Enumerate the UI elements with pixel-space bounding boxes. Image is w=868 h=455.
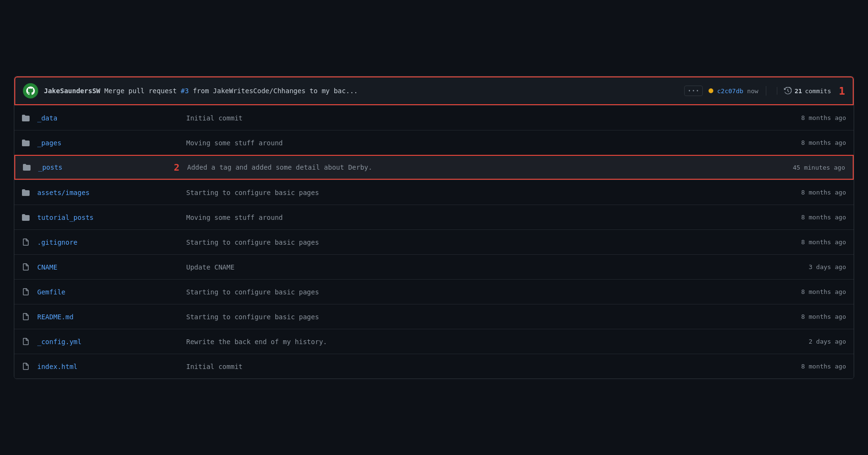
commit-ellipsis-button[interactable]: ··· (684, 86, 703, 96)
file-commit-msg: Update CNAME (186, 263, 783, 271)
file-row[interactable]: _dataInitial commit8 months ago (14, 105, 854, 130)
file-row[interactable]: tutorial_postsMoving some stuff around8 … (14, 205, 854, 229)
file-row[interactable]: index.htmlInitial commit8 months ago (14, 354, 854, 379)
annotation-2: 2 (174, 162, 180, 173)
file-commit-msg: Rewrite the back end of my history. (186, 338, 783, 346)
file-time: 8 months ago (789, 189, 846, 196)
file-name[interactable]: README.md (37, 313, 171, 321)
divider (766, 86, 766, 96)
file-commit-msg: Initial commit (186, 363, 783, 370)
file-name-wrapper: Gemfile (37, 288, 180, 296)
file-name[interactable]: .gitignore (37, 238, 171, 246)
folder-icon (22, 189, 32, 196)
file-icon (22, 363, 32, 370)
file-row[interactable]: _posts2Added a tag and added some detail… (14, 155, 854, 180)
folder-icon (22, 189, 30, 196)
commit-row[interactable]: JakeSaundersSW Merge pull request #3 fro… (14, 76, 854, 105)
file-icon (22, 288, 32, 296)
file-row[interactable]: .gitignoreStarting to configure basic pa… (14, 229, 854, 254)
file-name[interactable]: assets/images (37, 189, 171, 196)
commit-time: now (747, 87, 758, 95)
file-icon (22, 238, 30, 246)
file-time: 8 months ago (789, 313, 846, 320)
file-row[interactable]: README.mdStarting to configure basic pag… (14, 304, 854, 329)
folder-icon (23, 163, 31, 171)
commits-count-area[interactable]: 21 commits (777, 87, 831, 95)
file-name-wrapper: index.html (37, 363, 180, 370)
file-name[interactable]: _data (37, 114, 171, 122)
folder-icon (22, 139, 30, 147)
file-row[interactable]: assets/imagesStarting to configure basic… (14, 180, 854, 205)
commits-count: 21 (794, 87, 802, 95)
status-dot (709, 88, 713, 93)
file-name[interactable]: _posts (38, 163, 172, 171)
file-commit-msg: Starting to configure basic pages (186, 238, 783, 246)
file-time: 45 minutes ago (788, 164, 845, 171)
file-time: 8 months ago (789, 214, 846, 221)
file-name[interactable]: index.html (37, 363, 171, 370)
file-name-wrapper: tutorial_posts (37, 214, 180, 221)
file-commit-msg: Starting to configure basic pages (186, 189, 783, 196)
folder-icon (22, 214, 30, 221)
file-name-wrapper: assets/images (37, 189, 180, 196)
file-browser: JakeSaundersSW Merge pull request #3 fro… (14, 76, 854, 379)
commit-message: JakeSaundersSW Merge pull request #3 fro… (44, 87, 678, 95)
file-time: 8 months ago (789, 288, 846, 295)
file-time: 2 days ago (789, 338, 846, 345)
file-icon (22, 263, 30, 271)
folder-icon (22, 114, 30, 122)
file-commit-msg: Starting to configure basic pages (186, 288, 783, 296)
clock-icon (784, 87, 792, 95)
folder-icon (22, 139, 32, 147)
pr-link[interactable]: #3 (181, 87, 189, 95)
file-name-wrapper: README.md (37, 313, 180, 321)
file-list: _dataInitial commit8 months ago _pagesMo… (14, 105, 854, 379)
file-name[interactable]: _pages (37, 139, 171, 147)
folder-icon (22, 214, 32, 221)
file-name-wrapper: .gitignore (37, 238, 180, 246)
file-icon (22, 338, 30, 346)
file-name[interactable]: CNAME (37, 263, 171, 271)
file-icon (22, 363, 30, 370)
file-time: 8 months ago (789, 238, 846, 246)
file-row[interactable]: GemfileStarting to configure basic pages… (14, 279, 854, 304)
commits-label: commits (805, 87, 831, 95)
commit-author[interactable]: JakeSaundersSW (44, 87, 100, 95)
file-row[interactable]: _pagesMoving some stuff around8 months a… (14, 130, 854, 155)
avatar (23, 83, 38, 98)
file-time: 8 months ago (789, 139, 846, 146)
file-icon (22, 313, 32, 321)
file-name[interactable]: tutorial_posts (37, 214, 171, 221)
file-icon (22, 313, 30, 321)
file-name-wrapper: _pages (37, 139, 180, 147)
file-commit-msg: Starting to configure basic pages (186, 313, 783, 321)
file-commit-msg: Moving some stuff around (186, 214, 783, 221)
annotation-1: 1 (839, 85, 845, 97)
file-icon (22, 263, 32, 271)
file-icon (22, 238, 32, 246)
file-name-wrapper: _config.yml (37, 338, 180, 346)
file-commit-msg: Initial commit (186, 114, 783, 122)
file-name-wrapper: _posts2 (38, 162, 181, 173)
file-time: 3 days ago (789, 263, 846, 271)
user-icon (26, 87, 35, 95)
file-commit-msg: Added a tag and added some detail about … (187, 163, 782, 171)
commit-hash[interactable]: c2c07db (717, 87, 743, 95)
file-name[interactable]: _config.yml (37, 338, 171, 346)
file-row[interactable]: _config.ymlRewrite the back end of my hi… (14, 329, 854, 354)
file-time: 8 months ago (789, 363, 846, 370)
folder-icon (23, 163, 32, 171)
file-time: 8 months ago (789, 114, 846, 121)
commit-hash-area: c2c07db now (709, 87, 758, 95)
file-commit-msg: Moving some stuff around (186, 139, 783, 147)
file-name-wrapper: CNAME (37, 263, 180, 271)
file-row[interactable]: CNAMEUpdate CNAME3 days ago (14, 254, 854, 279)
file-name-wrapper: _data (37, 114, 180, 122)
file-name[interactable]: Gemfile (37, 288, 171, 296)
file-icon (22, 338, 32, 346)
file-icon (22, 288, 30, 296)
folder-icon (22, 114, 32, 122)
